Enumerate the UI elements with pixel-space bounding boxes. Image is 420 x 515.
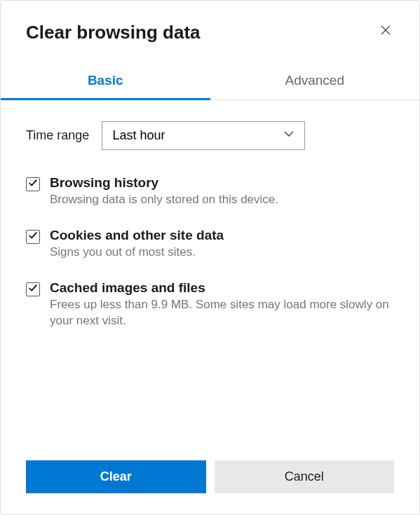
clear-button[interactable]: Clear (26, 460, 206, 493)
close-icon (380, 25, 391, 39)
time-range-value: Last hour (112, 128, 165, 143)
checkbox-cached[interactable] (26, 282, 40, 296)
checkmark-icon (28, 231, 38, 243)
tab-advanced[interactable]: Advanced (210, 63, 420, 99)
option-title: Cached images and files (50, 280, 394, 296)
checkbox-cookies[interactable] (26, 230, 40, 244)
option-cookies: Cookies and other site data Signs you ou… (26, 228, 394, 261)
cancel-button[interactable]: Cancel (215, 460, 395, 493)
option-desc: Browsing data is only stored on this dev… (50, 192, 394, 208)
checkmark-icon (28, 178, 38, 191)
time-range-label: Time range (26, 128, 89, 143)
checkbox-browsing-history[interactable] (26, 177, 40, 191)
tab-bar: Basic Advanced (1, 63, 419, 100)
dialog-title: Clear browsing data (26, 22, 201, 43)
option-browsing-history: Browsing history Browsing data is only s… (26, 175, 394, 208)
option-desc: Signs you out of most sites. (50, 245, 394, 261)
chevron-down-icon (283, 128, 294, 143)
tab-basic[interactable]: Basic (1, 63, 210, 99)
option-cached: Cached images and files Frees up less th… (26, 280, 394, 329)
option-title: Cookies and other site data (50, 228, 394, 243)
close-button[interactable] (377, 22, 394, 41)
option-title: Browsing history (50, 175, 394, 191)
time-range-select[interactable]: Last hour (102, 121, 305, 150)
option-desc: Frees up less than 9.9 MB. Some sites ma… (50, 297, 394, 329)
checkmark-icon (28, 283, 38, 296)
